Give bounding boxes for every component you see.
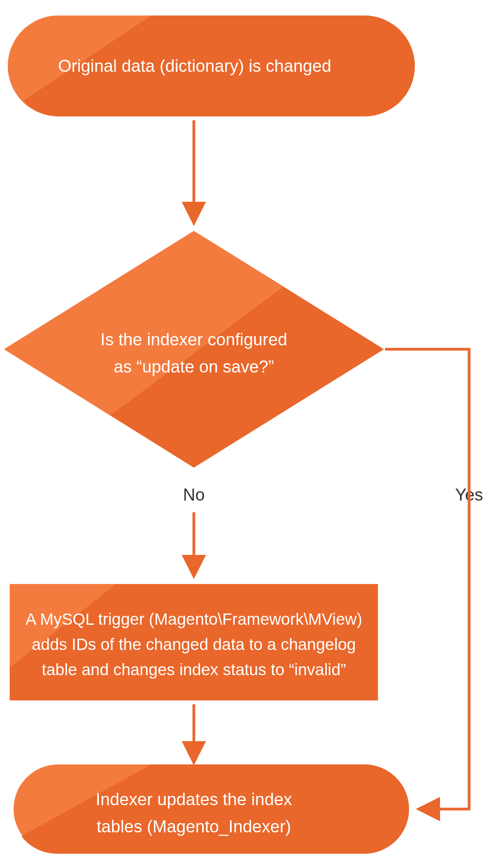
node-decision-line2: as “update on save?”: [114, 357, 274, 376]
edge-decision-yes: [385, 349, 469, 809]
node-start-text: Original data (dictionary) is changed: [58, 56, 331, 75]
node-trigger-line2: adds IDs of the changed data to a change…: [32, 635, 356, 653]
node-indexer-line2: tables (Magento_Indexer): [97, 817, 291, 836]
node-indexer-line1: Indexer updates the index: [96, 790, 292, 809]
node-trigger-line1: A MySQL trigger (Magento\Framework\MView…: [26, 610, 362, 628]
node-trigger-line3: table and changes index status to “inval…: [42, 660, 346, 679]
node-decision-line1: Is the indexer configured: [100, 330, 287, 349]
flowchart-diagram: Original data (dictionary) is changed Is…: [0, 0, 504, 863]
node-trigger: A MySQL trigger (Magento\Framework\MView…: [10, 584, 378, 700]
label-no: No: [183, 485, 205, 504]
node-start: Original data (dictionary) is changed: [8, 16, 415, 116]
node-decision: Is the indexer configured as “update on …: [4, 231, 384, 468]
node-indexer: Indexer updates the index tables (Magent…: [14, 764, 409, 854]
